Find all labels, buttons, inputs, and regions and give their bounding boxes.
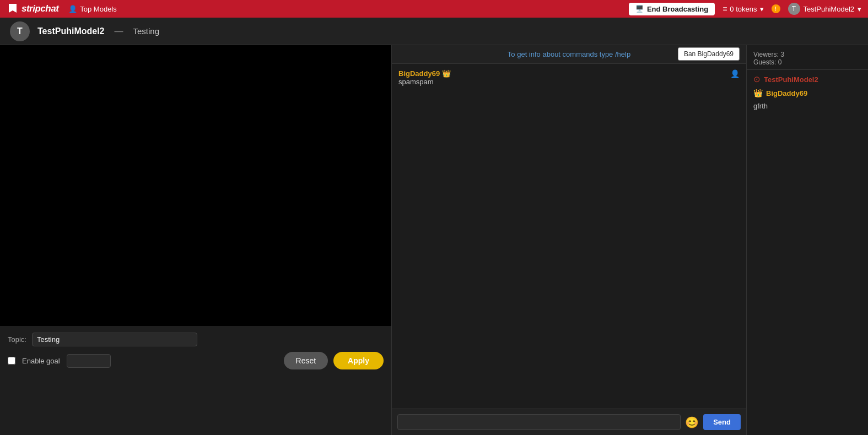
nav-right: 🖥️ End Broadcasting ≡ 0 tokens ▾ ! T Tes… bbox=[629, 3, 861, 15]
top-models-icon: 👤 bbox=[68, 5, 77, 13]
dash-separator: — bbox=[115, 26, 123, 36]
chat-username[interactable]: BigDaddy69 👑 bbox=[398, 69, 451, 78]
viewer-name-gold: BigDaddy69 bbox=[766, 89, 807, 97]
crown-icon-viewer: 👑 bbox=[753, 89, 763, 97]
tokens-label: 0 tokens bbox=[730, 5, 757, 13]
reset-button[interactable]: Reset bbox=[284, 352, 328, 369]
subheader: T TestPuhiModel2 — Testing bbox=[0, 18, 868, 45]
chat-help-text: To get info about commands type /help bbox=[508, 50, 630, 58]
topic-input[interactable] bbox=[32, 333, 197, 346]
model-avatar: T bbox=[10, 21, 30, 41]
action-buttons: Reset Apply bbox=[284, 352, 384, 369]
top-navigation: stripchat 👤 Top Models 🖥️ End Broadcasti… bbox=[0, 0, 868, 18]
goal-row: Enable goal bbox=[8, 354, 111, 368]
viewers-count: Viewers: 3 bbox=[753, 51, 861, 58]
logo-wordmark: stripchat bbox=[21, 3, 58, 14]
enable-goal-label: Enable goal bbox=[22, 357, 60, 365]
model-icon: ⊙ bbox=[753, 74, 761, 84]
nav-left: stripchat 👤 Top Models bbox=[7, 3, 117, 15]
viewers-header: Viewers: 3 Guests: 0 bbox=[747, 45, 868, 70]
chat-info-bar: To get info about commands type /help Ba… bbox=[392, 45, 746, 64]
username-label: TestPuhiModel2 bbox=[804, 5, 855, 13]
ban-popup-button[interactable]: Ban BigDaddy69 bbox=[678, 47, 740, 61]
apply-button[interactable]: Apply bbox=[333, 352, 384, 369]
send-button[interactable]: Send bbox=[703, 414, 741, 430]
topic-row: Topic: bbox=[8, 333, 384, 346]
ban-popup-label: Ban BigDaddy69 bbox=[684, 50, 734, 58]
top-models-link[interactable]: 👤 Top Models bbox=[68, 5, 116, 13]
chat-message-text: spamspam bbox=[398, 78, 740, 86]
tokens-chevron-icon: ▾ bbox=[760, 5, 764, 13]
bottom-controls: Topic: Enable goal Reset Apply bbox=[0, 326, 391, 435]
chat-message: 👤 BigDaddy69 👑 spamspam bbox=[398, 69, 740, 86]
viewer-item-bigdaddy69[interactable]: 👑 BigDaddy69 bbox=[753, 89, 861, 97]
model-name: TestPuhiModel2 bbox=[37, 26, 105, 36]
user-chevron-icon: ▾ bbox=[858, 5, 861, 13]
user-menu-button[interactable]: T TestPuhiModel2 ▾ bbox=[788, 3, 862, 15]
controls-bottom-row: Enable goal Reset Apply bbox=[8, 352, 384, 369]
viewer-item-gfrth[interactable]: gfrth bbox=[753, 102, 861, 110]
enable-goal-checkbox[interactable] bbox=[8, 357, 15, 365]
chat-input-row: 😊 Send bbox=[392, 409, 746, 435]
user-avatar: T bbox=[788, 3, 800, 15]
notification-button[interactable]: ! bbox=[772, 4, 780, 13]
logo-icon bbox=[7, 3, 19, 15]
viewers-panel: Viewers: 3 Guests: 0 ⊙ TestPuhiModel2 👑 … bbox=[747, 45, 868, 435]
tokens-button[interactable]: ≡ 0 tokens ▾ bbox=[723, 4, 763, 13]
topic-label: Topic: bbox=[8, 335, 26, 344]
guests-count: Guests: 0 bbox=[753, 58, 861, 66]
emoji-button[interactable]: 😊 bbox=[685, 416, 699, 429]
chat-panel: To get info about commands type /help Ba… bbox=[391, 45, 747, 435]
main-layout: Topic: Enable goal Reset Apply To get in… bbox=[0, 45, 868, 435]
goal-amount-input[interactable] bbox=[67, 354, 111, 368]
top-models-label: Top Models bbox=[80, 5, 116, 13]
video-area bbox=[0, 45, 391, 326]
user-action-icon[interactable]: 👤 bbox=[730, 69, 740, 78]
broadcast-topic: Testing bbox=[133, 26, 160, 36]
end-broadcasting-button[interactable]: 🖥️ End Broadcasting bbox=[629, 3, 715, 15]
crown-icon: 👑 bbox=[442, 69, 451, 78]
notification-dot: ! bbox=[772, 4, 780, 13]
svg-marker-0 bbox=[9, 4, 17, 13]
viewer-name-model: TestPuhiModel2 bbox=[764, 75, 818, 84]
avatar-letter: T bbox=[17, 26, 23, 36]
viewers-list: ⊙ TestPuhiModel2 👑 BigDaddy69 gfrth bbox=[747, 70, 868, 115]
chat-messages: 👤 BigDaddy69 👑 spamspam bbox=[392, 64, 746, 409]
chat-input[interactable] bbox=[397, 414, 681, 430]
viewer-name-normal: gfrth bbox=[753, 102, 768, 110]
end-broadcasting-label: End Broadcasting bbox=[647, 5, 708, 13]
screen-icon: 🖥️ bbox=[635, 5, 644, 13]
left-panel: Topic: Enable goal Reset Apply bbox=[0, 45, 391, 435]
tokens-icon: ≡ bbox=[723, 4, 727, 13]
viewer-item-testpuhimodel2[interactable]: ⊙ TestPuhiModel2 bbox=[753, 74, 861, 84]
logo: stripchat bbox=[7, 3, 58, 15]
